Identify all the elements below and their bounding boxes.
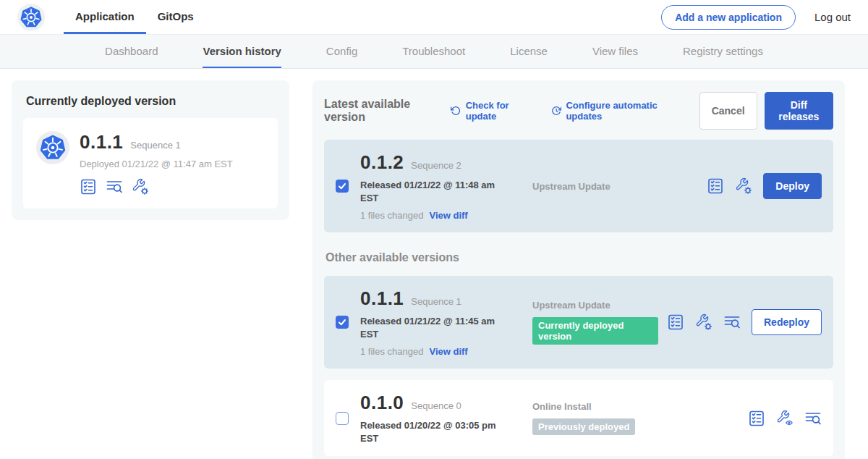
view-diff-link[interactable]: View diff xyxy=(429,346,467,357)
version-checkbox-0-1-1[interactable] xyxy=(336,316,349,329)
version-row-0-1-2: 0.1.2 Sequence 2 Released 01/21/22 @ 11:… xyxy=(324,140,833,232)
version-source-label: Online Install xyxy=(532,401,739,412)
currently-deployed-badge: Currently deployed version xyxy=(532,317,658,345)
subnav-view-files-label: View files xyxy=(592,45,638,57)
deploy-button[interactable]: Deploy xyxy=(763,173,822,199)
subnav-version-history-label: Version history xyxy=(203,45,281,57)
auto-update-clock-icon xyxy=(551,105,561,117)
subnav-registry-settings-label: Registry settings xyxy=(683,45,763,57)
check-for-update-link[interactable]: Check for update xyxy=(451,100,534,122)
files-changed-label: 1 files changed xyxy=(360,210,423,221)
subnav-dashboard[interactable]: Dashboard xyxy=(105,35,158,68)
preflight-checks-icon[interactable] xyxy=(748,410,765,427)
view-config-icon[interactable] xyxy=(776,410,793,427)
sequence-label: Sequence 0 xyxy=(411,400,461,411)
tab-application-label: Application xyxy=(75,10,135,22)
currently-deployed-title: Currently deployed version xyxy=(26,95,278,108)
subnav-license[interactable]: License xyxy=(510,35,548,68)
subnav-config[interactable]: Config xyxy=(326,35,357,68)
version-number: 0.1.2 xyxy=(360,151,404,174)
configure-auto-updates-link[interactable]: Configure automatic updates xyxy=(551,100,682,122)
subnav-config-label: Config xyxy=(326,45,357,57)
tab-gitops[interactable]: GitOps xyxy=(146,0,205,34)
add-application-button[interactable]: Add a new application xyxy=(661,5,796,30)
released-timestamp: Released 01/21/22 @ 11:48 am EST xyxy=(360,179,498,204)
version-source-label: Upstream Update xyxy=(532,300,658,311)
subnav-registry-settings[interactable]: Registry settings xyxy=(683,35,763,68)
version-checkbox-0-1-0[interactable] xyxy=(336,412,349,425)
check-icon xyxy=(338,182,346,190)
subnav-troubleshoot-label: Troubleshoot xyxy=(402,45,465,57)
app-logo xyxy=(17,0,45,34)
other-versions-title: Other available versions xyxy=(326,251,832,264)
deploy-logs-icon[interactable] xyxy=(106,178,123,195)
released-timestamp: Released 01/20/22 @ 03:05 pm EST xyxy=(360,419,498,445)
check-icon xyxy=(338,318,346,327)
edit-config-icon[interactable] xyxy=(735,177,752,195)
kubernetes-logo-icon xyxy=(17,4,45,31)
top-navigation-bar: Application GitOps Add a new application… xyxy=(0,0,868,35)
version-checkbox-0-1-2[interactable] xyxy=(336,180,349,193)
previously-deployed-badge: Previously deployed xyxy=(532,418,635,435)
currently-deployed-card: 0.1.1 Sequence 1 Deployed 01/21/22 @ 11:… xyxy=(23,118,278,209)
version-row-0-1-1: 0.1.1 Sequence 1 Released 01/21/22 @ 11:… xyxy=(324,276,833,369)
diff-releases-button[interactable]: Diff releases xyxy=(765,92,833,130)
redeploy-button[interactable]: Redeploy xyxy=(752,309,822,335)
preflight-checks-icon[interactable] xyxy=(667,313,684,331)
tab-gitops-label: GitOps xyxy=(158,10,194,22)
deployed-version-number: 0.1.1 xyxy=(80,131,123,153)
view-diff-link[interactable]: View diff xyxy=(429,210,467,221)
latest-version-title: Latest available version xyxy=(324,98,441,124)
version-number: 0.1.0 xyxy=(360,392,404,414)
version-row-0-1-0: 0.1.0 Sequence 0 Released 01/20/22 @ 03:… xyxy=(324,380,833,456)
version-number: 0.1.1 xyxy=(360,287,404,310)
subnav-version-history[interactable]: Version history xyxy=(203,35,281,68)
check-for-update-label: Check for update xyxy=(466,100,534,122)
edit-config-icon[interactable] xyxy=(132,178,149,195)
preflight-checks-icon[interactable] xyxy=(80,178,97,195)
refresh-icon xyxy=(451,105,461,117)
sequence-label: Sequence 1 xyxy=(411,296,461,307)
deployed-timestamp: Deployed 01/21/22 @ 11:47 am EST xyxy=(80,159,233,169)
edit-config-icon[interactable] xyxy=(695,313,712,331)
version-source-label: Upstream Update xyxy=(532,181,698,192)
released-timestamp: Released 01/21/22 @ 11:45 am EST xyxy=(360,315,498,340)
subnav-troubleshoot[interactable]: Troubleshoot xyxy=(402,35,465,68)
app-subnav: Dashboard Version history Config Trouble… xyxy=(0,35,868,69)
logout-link[interactable]: Log out xyxy=(814,11,851,23)
subnav-license-label: License xyxy=(510,45,548,57)
version-history-panel: Latest available version Check for updat… xyxy=(312,80,845,459)
deployed-sequence-label: Sequence 1 xyxy=(130,140,180,151)
subnav-dashboard-label: Dashboard xyxy=(105,45,158,57)
subnav-view-files[interactable]: View files xyxy=(592,35,638,68)
currently-deployed-panel: Currently deployed version xyxy=(12,80,289,220)
configure-auto-updates-label: Configure automatic updates xyxy=(566,100,681,122)
tab-application[interactable]: Application xyxy=(64,0,146,34)
files-changed-label: 1 files changed xyxy=(360,346,423,357)
preflight-checks-icon[interactable] xyxy=(707,177,724,195)
sequence-label: Sequence 2 xyxy=(411,160,461,171)
deploy-logs-icon[interactable] xyxy=(804,410,822,427)
deploy-logs-icon[interactable] xyxy=(723,313,741,331)
cancel-button[interactable]: Cancel xyxy=(699,92,757,130)
kubernetes-app-icon xyxy=(36,131,69,164)
